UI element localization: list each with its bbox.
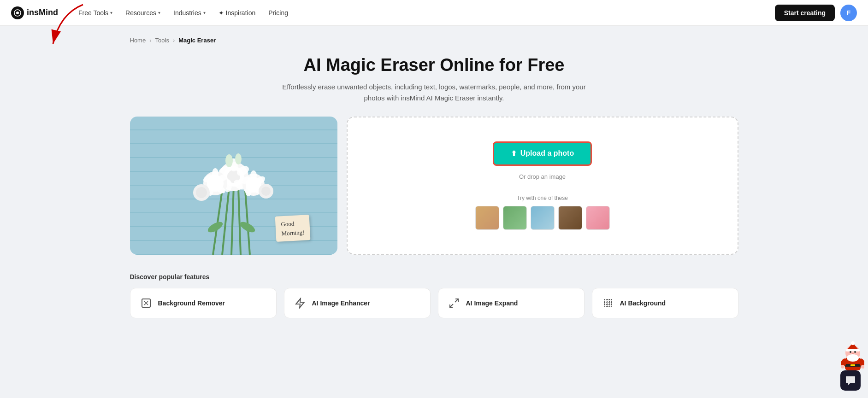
svg-point-2	[16, 12, 19, 14]
navbar-right: Start creating F	[775, 5, 857, 21]
upload-panel: ⬆ Upload a photo Or drop an image Try wi…	[347, 117, 738, 255]
breadcrumb-sep-1: ›	[149, 37, 151, 44]
feature-label-ai-bg: AI Background	[620, 299, 666, 307]
page-title: AI Magic Eraser Online for Free	[130, 55, 738, 76]
svg-point-38	[235, 153, 242, 164]
feature-label-expand: AI Image Expand	[466, 299, 518, 307]
sample-images-section: Try with one of these	[475, 195, 610, 230]
preview-panel: Good Morning!	[130, 117, 337, 255]
sample-thumb-4[interactable]	[558, 206, 582, 230]
santa-svg	[841, 341, 864, 373]
feature-label-enhancer: AI Image Enhancer	[312, 299, 370, 307]
nav-pricing[interactable]: Pricing	[263, 6, 294, 20]
breadcrumb-home[interactable]: Home	[130, 37, 146, 44]
svg-point-47	[854, 351, 856, 353]
ai-background-icon	[602, 297, 614, 310]
start-creating-button[interactable]: Start creating	[775, 5, 835, 21]
breadcrumb-current: Magic Eraser	[178, 37, 216, 44]
sample-thumb-1[interactable]	[475, 206, 499, 230]
drop-text: Or drop an image	[519, 173, 566, 180]
background-remover-icon	[140, 297, 153, 310]
logo-icon	[11, 6, 24, 19]
nav-industries[interactable]: Industries ▾	[168, 6, 211, 20]
svg-line-4	[222, 188, 229, 255]
svg-point-34	[196, 187, 207, 198]
feature-background-remover[interactable]: Background Remover	[130, 288, 277, 318]
santa-mascot[interactable]	[841, 341, 864, 370]
sample-label: Try with one of these	[517, 195, 568, 201]
hero-subtitle: Effortlessly erase unwanted objects, inc…	[278, 82, 591, 104]
upload-icon: ⬆	[511, 149, 517, 158]
tool-area: Good Morning! ⬆ Upload a photo Or drop a…	[130, 117, 738, 255]
svg-point-36	[261, 187, 271, 196]
features-section: Discover popular features Background Rem…	[130, 273, 738, 318]
navbar-nav: Free Tools ▾ Resources ▾ Industries ▾ ✦ …	[73, 6, 775, 20]
hero-section: AI Magic Eraser Online for Free Effortle…	[130, 55, 738, 104]
svg-point-45	[851, 341, 855, 345]
svg-point-46	[850, 351, 851, 353]
navbar: insMind Free Tools ▾ Resources ▾ Industr…	[0, 0, 868, 26]
nav-free-tools[interactable]: Free Tools ▾	[73, 6, 118, 20]
sample-thumbs	[475, 206, 610, 230]
main-content: Home › Tools › Magic Eraser AI Magic Era…	[112, 26, 757, 337]
features-title: Discover popular features	[130, 273, 738, 281]
breadcrumb-tools[interactable]: Tools	[155, 37, 169, 44]
svg-point-31	[245, 186, 252, 196]
nav-inspiration[interactable]: ✦ Inspiration	[213, 6, 261, 20]
avatar[interactable]: F	[840, 5, 857, 21]
chevron-down-icon: ▾	[203, 10, 206, 15]
feature-ai-background[interactable]: AI Background	[592, 288, 738, 318]
image-expand-icon	[448, 297, 461, 310]
sample-thumb-3[interactable]	[531, 206, 555, 230]
features-grid: Background Remover AI Image Enhancer AI …	[130, 288, 738, 318]
svg-line-5	[231, 186, 234, 255]
svg-line-6	[238, 188, 241, 255]
chevron-down-icon: ▾	[110, 10, 112, 15]
svg-point-28	[250, 170, 257, 181]
chat-button[interactable]	[840, 370, 861, 391]
feature-image-enhancer[interactable]: AI Image Enhancer	[284, 288, 431, 318]
upload-photo-button[interactable]: ⬆ Upload a photo	[493, 141, 592, 166]
feature-image-expand[interactable]: AI Image Expand	[438, 288, 585, 318]
sample-thumb-2[interactable]	[503, 206, 527, 230]
breadcrumb-sep-2: ›	[173, 37, 175, 44]
note-card: Good Morning!	[275, 215, 310, 242]
nav-resources[interactable]: Resources ▾	[120, 6, 166, 20]
svg-point-37	[225, 154, 233, 167]
breadcrumb: Home › Tools › Magic Eraser	[130, 37, 738, 44]
logo[interactable]: insMind	[11, 6, 58, 19]
feature-label-bg-remover: Background Remover	[158, 299, 225, 307]
image-enhancer-icon	[294, 297, 307, 310]
logo-text: insMind	[27, 8, 58, 18]
sample-thumb-5[interactable]	[586, 206, 610, 230]
chat-icon	[845, 375, 856, 386]
svg-rect-42	[850, 364, 855, 366]
svg-rect-44	[846, 349, 860, 351]
chevron-down-icon: ▾	[158, 10, 160, 15]
